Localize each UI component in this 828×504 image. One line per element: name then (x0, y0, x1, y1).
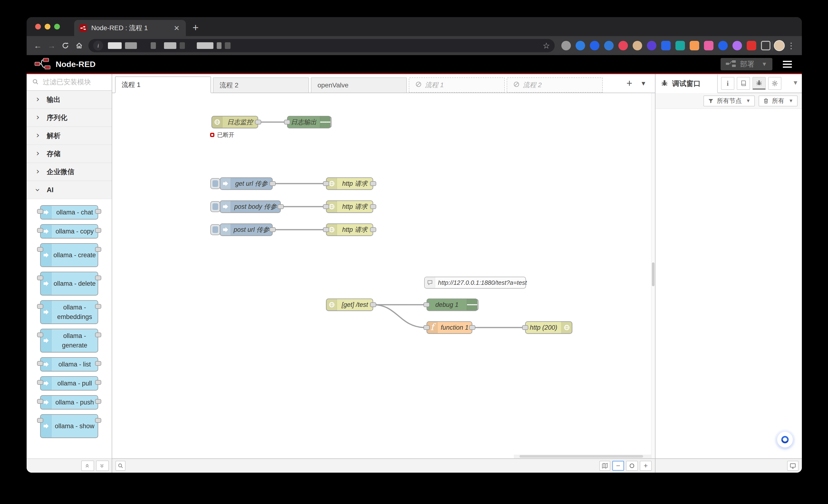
minimize-window-button[interactable] (45, 24, 50, 30)
palette-node[interactable]: ollama - copy (40, 224, 98, 238)
orange-flame-icon[interactable] (690, 41, 699, 50)
palette-scroll[interactable]: ›输出›序列化›解析›存储›企业微信›AI ollama - chatollam… (27, 91, 112, 458)
tab-close-icon[interactable]: ✕ (173, 24, 180, 32)
debug-tab-button[interactable] (752, 77, 766, 90)
flow-list-caret-icon[interactable]: ▼ (640, 80, 647, 87)
config-tab-button[interactable] (768, 77, 781, 90)
input-port[interactable] (323, 204, 329, 209)
zoom-out-button[interactable]: − (612, 461, 624, 471)
palette-category-2[interactable]: ›解析 (27, 127, 112, 145)
flow-tab-3[interactable]: 流程 1 (409, 78, 505, 93)
flow-tab-2[interactable]: openValve (311, 78, 407, 93)
input-port[interactable] (323, 227, 329, 232)
profile-avatar[interactable] (774, 40, 785, 51)
purple-bot-icon[interactable] (647, 41, 656, 50)
main-menu-icon[interactable] (783, 61, 792, 68)
bookmark-star-icon[interactable]: ☆ (543, 41, 550, 50)
reload-icon[interactable] (58, 39, 72, 52)
input-port[interactable] (423, 325, 430, 330)
output-port[interactable] (270, 181, 276, 186)
inject-button[interactable] (210, 224, 220, 235)
output-port[interactable] (255, 120, 261, 125)
browser-tab[interactable]: Node-RED : 流程 1 ✕ (74, 20, 186, 36)
debug-filter-button[interactable]: 所有节点 ▼ (703, 95, 755, 106)
close-window-button[interactable] (35, 24, 41, 30)
forward-icon[interactable]: → (45, 39, 58, 52)
red-doc-icon[interactable] (747, 41, 756, 50)
output-port[interactable] (370, 227, 376, 232)
flow-tab-0[interactable]: 流程 1 (115, 77, 211, 93)
palette-category-3[interactable]: ›存储 (27, 145, 112, 163)
ai-assistant-floating-button[interactable] (777, 432, 793, 448)
inject-button[interactable] (210, 178, 220, 189)
palette-node[interactable]: ollama - create (40, 243, 98, 267)
tab-debug-window[interactable]: 调试窗口 (656, 75, 718, 93)
node-debug-1[interactable]: debug 1 (426, 299, 478, 311)
browser-menu-icon[interactable]: ⋮ (785, 41, 797, 50)
doc-lock-icon[interactable] (661, 41, 671, 50)
canvas-vertical-scrollbar[interactable] (651, 93, 655, 458)
palette-category-5[interactable]: ›AI (27, 181, 112, 199)
debug-clear-button[interactable]: 所有 ▼ (758, 95, 797, 106)
zoom-in-button[interactable]: + (640, 461, 652, 471)
home-icon[interactable] (72, 39, 86, 52)
palette-search[interactable]: 过滤已安装模块 (27, 74, 112, 91)
open-debug-window-button[interactable] (787, 461, 798, 471)
send-icon[interactable] (561, 41, 571, 50)
pocket-icon[interactable] (618, 41, 628, 50)
monkey-icon[interactable] (633, 41, 642, 50)
flow-canvas[interactable]: 日志监控 已断开 日志输出 (112, 93, 655, 458)
inject-button[interactable] (210, 201, 220, 212)
flow-tab-4[interactable]: 流程 2 (507, 78, 603, 93)
collapse-all-categories-button[interactable]: « (81, 461, 94, 471)
new-tab-button[interactable]: + (193, 22, 199, 33)
canvas-horizontal-scrollbar[interactable] (514, 455, 651, 458)
purple-swirl-icon[interactable] (733, 41, 742, 50)
blue-drop-icon[interactable] (576, 41, 585, 50)
node-http-in[interactable]: [get] /test (326, 299, 373, 311)
input-port[interactable] (522, 325, 528, 330)
output-port[interactable] (370, 181, 376, 186)
input-port[interactable] (284, 120, 290, 125)
back-icon[interactable]: ← (31, 39, 45, 52)
translate-icon[interactable] (704, 41, 713, 50)
blue-ring-icon[interactable] (718, 41, 728, 50)
node-http-request-1[interactable]: http 请求 (326, 177, 373, 190)
node-websocket-in[interactable]: 日志监控 (211, 116, 258, 128)
palette-node[interactable]: ollama - show (40, 414, 98, 438)
chart-icon[interactable] (675, 41, 685, 50)
output-port[interactable] (469, 325, 475, 330)
info-tab-button[interactable]: i (721, 77, 734, 90)
output-port[interactable] (370, 204, 376, 209)
navigator-map-button[interactable] (599, 461, 610, 471)
maximize-window-button[interactable] (54, 24, 60, 30)
flow-tab-1[interactable]: 流程 2 (213, 78, 309, 93)
sidebar-options-caret-icon[interactable]: ▼ (792, 79, 798, 86)
input-port[interactable] (323, 181, 329, 186)
node-inject-post-url[interactable]: post url 传参 (220, 224, 273, 236)
node-inject-get-url[interactable]: get url 传参 (220, 177, 273, 190)
blue-globe-icon[interactable] (604, 41, 614, 50)
palette-node[interactable]: ollama - list (40, 357, 98, 371)
help-tab-button[interactable] (737, 77, 750, 90)
output-port[interactable] (370, 302, 376, 307)
deploy-button[interactable]: 部署 ▼ (720, 58, 773, 70)
palette-node[interactable]: ollama - chat (40, 205, 98, 220)
s-swirl-icon[interactable] (590, 41, 599, 50)
canvas-search-button[interactable] (116, 461, 125, 471)
puzzle-icon[interactable] (761, 41, 771, 50)
url-bar[interactable]: i ☆ (88, 39, 555, 52)
palette-category-4[interactable]: ›企业微信 (27, 163, 112, 181)
expand-all-categories-button[interactable]: » (96, 461, 109, 471)
palette-node[interactable]: ollama - push (40, 395, 98, 409)
palette-node[interactable]: ollama - generate (40, 329, 98, 353)
site-info-icon[interactable]: i (93, 41, 103, 51)
node-inject-post-body[interactable]: post body 传参 (220, 200, 281, 213)
palette-node[interactable]: ollama - pull (40, 376, 98, 391)
node-log-output[interactable]: 日志输出 (287, 116, 331, 128)
palette-node[interactable]: ollama - embeddings (40, 300, 98, 324)
node-http-request-2[interactable]: http 请求 (326, 200, 373, 213)
zoom-reset-button[interactable] (626, 461, 638, 471)
input-port[interactable] (423, 302, 430, 307)
add-flow-icon[interactable]: + (626, 78, 632, 88)
